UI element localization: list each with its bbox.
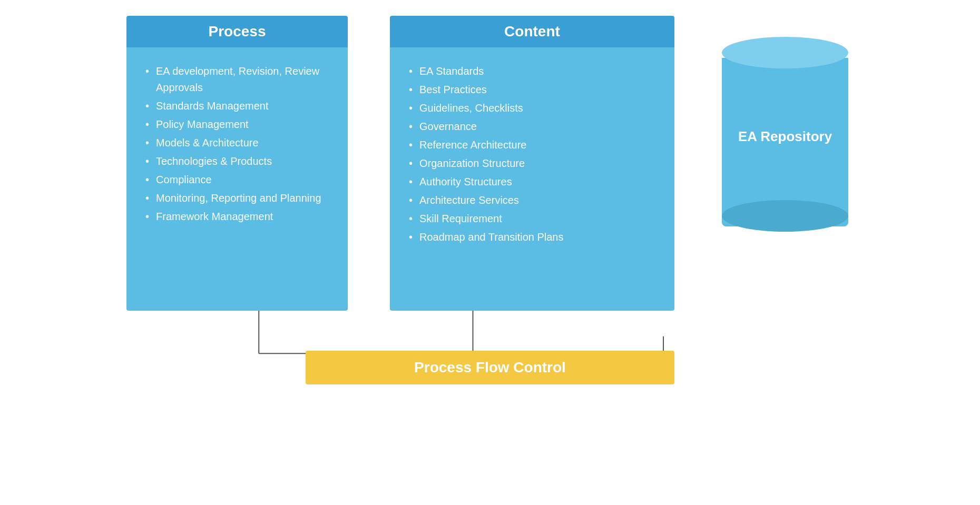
content-list-item: Guidelines, Checklists bbox=[409, 100, 655, 116]
bottom-section: Process Flow Control bbox=[95, 311, 885, 395]
content-list-item: Reference Architecture bbox=[409, 137, 655, 153]
process-body: EA development, Revision, Review Approva… bbox=[126, 47, 348, 311]
content-header: Content bbox=[390, 16, 674, 47]
process-header: Process bbox=[126, 16, 348, 47]
content-list-item: Governance bbox=[409, 118, 655, 135]
cylinder-bottom bbox=[722, 200, 848, 232]
content-list-item: Architecture Services bbox=[409, 192, 655, 209]
content-panel: Content EA StandardsBest PracticesGuidel… bbox=[390, 16, 674, 311]
content-title: Content bbox=[504, 23, 560, 39]
cylinder-top bbox=[722, 37, 848, 68]
content-body: EA StandardsBest PracticesGuidelines, Ch… bbox=[390, 47, 674, 311]
content-list-item: Skill Requirement bbox=[409, 211, 655, 227]
ea-repository-label: EA Repository bbox=[732, 128, 838, 146]
process-title: Process bbox=[209, 23, 266, 39]
process-list-item: EA development, Revision, Review Approva… bbox=[145, 63, 329, 96]
process-list-item: Framework Management bbox=[145, 209, 329, 225]
ea-repository-wrapper: EA Repository bbox=[717, 16, 854, 226]
process-list-item: Compliance bbox=[145, 172, 329, 188]
process-list: EA development, Revision, Review Approva… bbox=[145, 63, 329, 225]
content-list-item: Organization Structure bbox=[409, 155, 655, 172]
process-list-item: Technologies & Products bbox=[145, 153, 329, 170]
content-list-item: Best Practices bbox=[409, 82, 655, 98]
content-list: EA StandardsBest PracticesGuidelines, Ch… bbox=[409, 63, 655, 245]
top-row: Process EA development, Revision, Review… bbox=[95, 16, 885, 311]
ea-repository-cylinder: EA Repository bbox=[722, 37, 848, 226]
process-list-item: Standards Management bbox=[145, 98, 329, 114]
content-list-item: Roadmap and Transition Plans bbox=[409, 229, 655, 245]
process-list-item: Policy Management bbox=[145, 116, 329, 133]
diagram-container: Process EA development, Revision, Review… bbox=[95, 16, 885, 490]
process-flow-control-bar: Process Flow Control bbox=[306, 351, 674, 384]
process-panel: Process EA development, Revision, Review… bbox=[126, 16, 348, 311]
process-flow-control-label: Process Flow Control bbox=[414, 359, 566, 375]
process-list-item: Models & Architecture bbox=[145, 135, 329, 151]
content-list-item: EA Standards bbox=[409, 63, 655, 80]
content-list-item: Authority Structures bbox=[409, 174, 655, 190]
process-list-item: Monitoring, Reporting and Planning bbox=[145, 190, 329, 206]
